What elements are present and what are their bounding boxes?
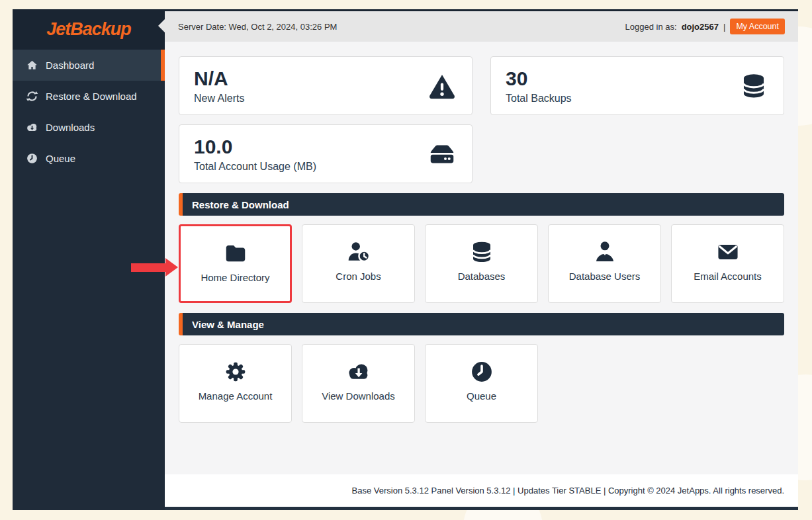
user-tie-icon: [592, 239, 617, 265]
home-icon: [26, 59, 38, 71]
cloud-download-icon: [26, 121, 38, 134]
cloud-download-icon: [345, 359, 373, 384]
server-date: Server Date: Wed, Oct 2, 2024, 03:26 PM: [178, 22, 337, 32]
tile-database-users[interactable]: Database Users: [548, 224, 661, 303]
tile-cron-jobs[interactable]: Cron Jobs: [302, 224, 415, 303]
section-title: View & Manage: [192, 319, 264, 330]
tile-queue[interactable]: Queue: [425, 344, 538, 423]
my-account-button[interactable]: My Account: [730, 19, 785, 34]
stat-label: Total Account Usage (MB): [194, 161, 316, 173]
clock-icon: [26, 152, 38, 165]
bottom-bar: [165, 507, 798, 510]
tiles-row-restore: Home Directory Cron Jobs: [179, 224, 784, 303]
stats-grid: N/A New Alerts 30 Total Backup: [179, 56, 784, 183]
tile-label: Queue: [467, 390, 496, 402]
sidebar-item-label: Dashboard: [46, 60, 94, 71]
clock-icon: [469, 359, 494, 384]
stat-card-total-usage[interactable]: 10.0 Total Account Usage (MB): [179, 124, 473, 183]
tile-label: Email Accounts: [694, 271, 762, 282]
envelope-icon: [715, 239, 741, 265]
footer: Base Version 5.3.12 Panel Version 5.3.12…: [165, 474, 798, 507]
stat-value: N/A: [194, 67, 244, 91]
tile-email-accounts[interactable]: Email Accounts: [671, 224, 784, 303]
tile-view-downloads[interactable]: View Downloads: [302, 344, 415, 423]
app-window: JetBackup Dashboard Restore & Download: [13, 9, 798, 510]
tile-label: Manage Account: [199, 390, 273, 402]
section-title: Restore & Download: [192, 199, 289, 210]
tile-label: Home Directory: [201, 272, 269, 283]
sidebar-item-label: Restore & Download: [46, 91, 137, 102]
stat-card-new-alerts[interactable]: N/A New Alerts: [179, 56, 473, 115]
dashboard-content: N/A New Alerts 30 Total Backup: [165, 42, 798, 474]
logo-header: JetBackup: [13, 9, 165, 50]
footer-text: Base Version 5.3.12 Panel Version 5.3.12…: [352, 486, 784, 496]
tile-home-directory[interactable]: Home Directory: [179, 224, 292, 303]
main-panel: Server Date: Wed, Oct 2, 2024, 03:26 PM …: [165, 9, 798, 510]
database-icon: [469, 239, 494, 265]
sidebar-item-label: Queue: [46, 153, 75, 164]
separator: |: [723, 22, 725, 32]
tile-label: View Downloads: [322, 390, 395, 402]
stat-value: 30: [506, 67, 572, 91]
folder-icon: [223, 241, 248, 266]
jetbackup-logo: JetBackup: [46, 19, 131, 40]
topbar-notch: [158, 19, 165, 32]
database-icon: [739, 71, 769, 101]
topbar: Server Date: Wed, Oct 2, 2024, 03:26 PM …: [165, 9, 798, 42]
tile-label: Database Users: [569, 271, 641, 282]
logged-in-label: Logged in as:: [625, 22, 677, 32]
tiles-row-manage: Manage Account View Downloads: [179, 344, 784, 423]
user-clock-icon: [345, 239, 372, 265]
stat-label: New Alerts: [194, 93, 244, 105]
hdd-icon: [427, 139, 457, 169]
sidebar-item-downloads[interactable]: Downloads: [13, 112, 165, 143]
sidebar-item-label: Downloads: [46, 122, 95, 133]
stat-value: 10.0: [194, 135, 316, 159]
stat-label: Total Backups: [506, 93, 572, 105]
sidebar-item-dashboard[interactable]: Dashboard: [13, 50, 165, 81]
tile-databases[interactable]: Databases: [425, 224, 538, 303]
tile-manage-account[interactable]: Manage Account: [179, 344, 292, 423]
sync-icon: [26, 90, 38, 103]
warning-triangle-icon: [427, 71, 457, 101]
tile-label: Databases: [458, 271, 506, 282]
section-header-restore-download: Restore & Download: [179, 193, 784, 216]
sidebar-item-restore-download[interactable]: Restore & Download: [13, 81, 165, 112]
stat-card-total-backups[interactable]: 30 Total Backups: [490, 56, 784, 115]
sidebar: JetBackup Dashboard Restore & Download: [13, 9, 165, 510]
username: dojo2567: [682, 22, 719, 32]
tile-label: Cron Jobs: [336, 271, 381, 282]
section-header-view-manage: View & Manage: [179, 313, 784, 335]
sidebar-item-queue[interactable]: Queue: [13, 143, 165, 174]
gear-icon: [223, 359, 248, 384]
